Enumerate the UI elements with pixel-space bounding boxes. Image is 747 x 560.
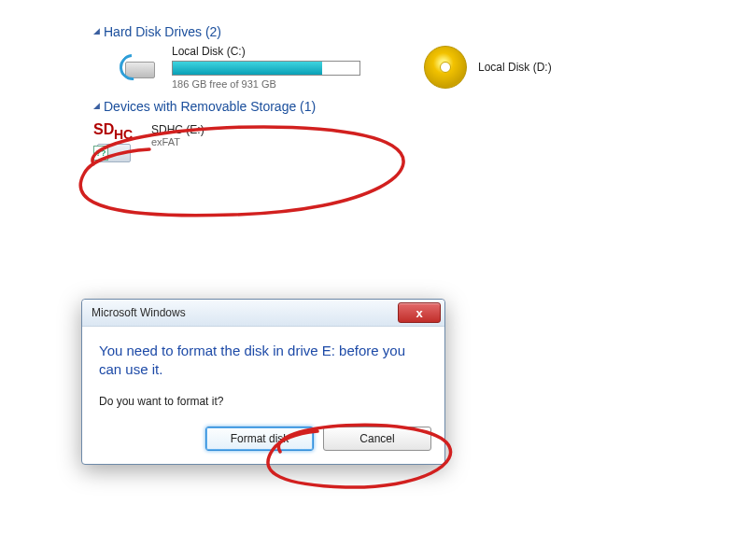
drive-c-label: Local Disk (C:) <box>172 45 360 58</box>
section-header-removable[interactable]: ◢ Devices with Removable Storage (1) <box>93 99 747 114</box>
cancel-button[interactable]: Cancel <box>323 427 431 451</box>
hard-disk-icon <box>121 49 159 86</box>
collapse-arrow-icon: ◢ <box>93 101 100 110</box>
drive-c-freespace: 186 GB free of 931 GB <box>172 78 360 90</box>
format-disk-button[interactable]: Format disk <box>205 427 314 451</box>
close-button[interactable]: x <box>398 302 441 323</box>
drive-d[interactable]: Local Disk (D:) <box>424 46 552 89</box>
dialog-titlebar[interactable]: Microsoft Windows x <box>82 300 444 327</box>
close-icon: x <box>416 307 422 319</box>
section-header-hdd[interactable]: ◢ Hard Disk Drives (2) <box>93 24 747 39</box>
dialog-question: Do you want to format it? <box>99 395 428 408</box>
drive-e-label: SDHC (E:) <box>151 123 204 136</box>
sdhc-card-icon: SD HC ?? <box>93 123 142 162</box>
drive-c[interactable]: Local Disk (C:) 186 GB free of 931 GB <box>172 45 360 90</box>
drive-c-usage-bar <box>172 61 360 76</box>
section-header-removable-label: Devices with Removable Storage (1) <box>104 99 316 114</box>
section-header-hdd-label: Hard Disk Drives (2) <box>104 24 221 39</box>
optical-disc-icon <box>424 46 467 89</box>
dialog-message: You need to format the disk in drive E: … <box>99 342 428 380</box>
dialog-actions: Format disk Cancel <box>82 413 444 464</box>
drive-d-label: Local Disk (D:) <box>478 61 552 74</box>
dialog-title: Microsoft Windows <box>92 306 186 319</box>
drive-e[interactable]: SD HC ?? SDHC (E:) exFAT <box>93 119 388 172</box>
format-dialog: Microsoft Windows x You need to format t… <box>81 299 445 465</box>
drive-e-filesystem: exFAT <box>151 136 204 147</box>
collapse-arrow-icon: ◢ <box>93 26 100 35</box>
